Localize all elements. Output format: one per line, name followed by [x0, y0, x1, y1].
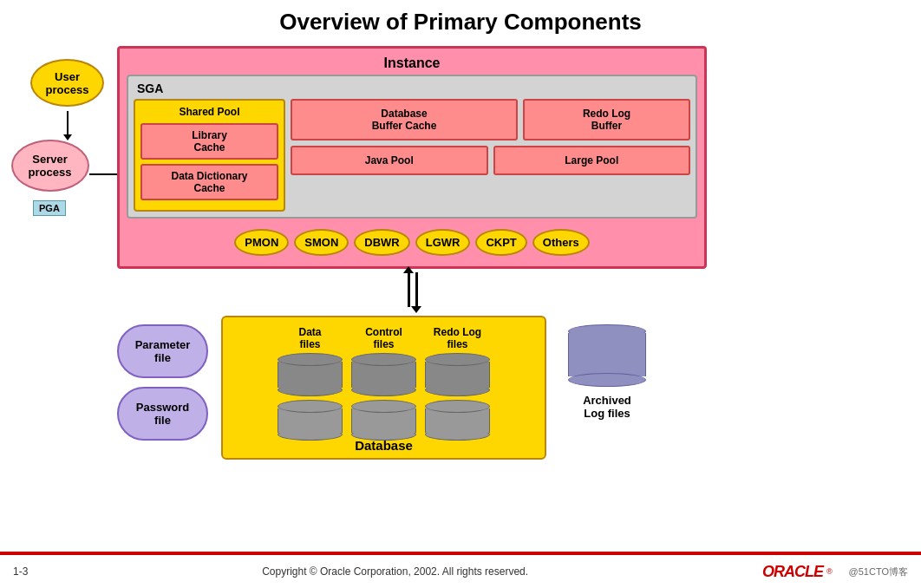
dbwr-oval: DBWR: [354, 229, 409, 256]
user-process-oval: User process: [30, 59, 104, 107]
main-container: Overview of Primary Components User proc…: [0, 0, 921, 588]
smon-oval: SMON: [294, 229, 349, 256]
library-cache-label: Library Cache: [192, 129, 227, 154]
redo-log-buffer-label: Redo Log Buffer: [583, 108, 630, 132]
footer-page: 1-3: [13, 565, 28, 578]
archived-log-label: ArchivedLog files: [583, 394, 631, 420]
bottom-section: Parameterfile Passwordfile Datafiles: [117, 316, 904, 460]
footer-right: ORACLE ® @51CTO博客: [762, 563, 908, 581]
password-file: Passwordfile: [117, 387, 208, 441]
oracle-logo: ORACLE: [762, 563, 823, 581]
ckpt-oval: CKPT: [475, 229, 526, 256]
server-process-label: Server process: [29, 153, 72, 179]
footer-copyright: Copyright © Oracle Corporation, 2002. Al…: [262, 565, 528, 578]
pga-label: PGA: [39, 203, 60, 213]
server-connector-row: Server process: [11, 140, 124, 192]
large-pool-box: Large Pool: [493, 146, 691, 175]
db-buffer-cache-box: Database Buffer Cache: [291, 99, 518, 140]
footer: 1-3 Copyright © Oracle Corporation, 2002…: [0, 552, 921, 588]
data-dictionary-cache-box: Data Dictionary Cache: [140, 164, 278, 200]
left-files: Parameterfile Passwordfile: [117, 324, 208, 441]
control-files-label: Controlfiles: [365, 326, 402, 350]
arrow-user-to-server: [67, 111, 69, 135]
parameter-file: Parameterfile: [117, 324, 208, 378]
page-title: Overview of Primary Components: [17, 9, 904, 36]
arrow-down-db: [415, 272, 418, 307]
data-files-group: Datafiles: [278, 326, 343, 441]
arrow-up: [408, 272, 410, 307]
library-cache-box: Library Cache: [140, 123, 278, 160]
java-pool-label: Java Pool: [365, 154, 414, 167]
shared-pool-box: Shared Pool Library Cache Data Dictionar…: [134, 99, 285, 212]
archived-log-box: ArchivedLog files: [559, 324, 655, 420]
data-files-label: Datafiles: [298, 326, 321, 350]
sga-right-top: Database Buffer Cache Redo Log Buffer: [291, 99, 690, 140]
left-processes: User process Server process PGA: [17, 59, 117, 216]
others-oval: Others: [532, 229, 590, 256]
pga-box: PGA: [33, 200, 66, 216]
diagram-wrapper: User process Server process PGA: [17, 46, 904, 269]
sga-box: SGA Shared Pool Library Cache Data Dicti…: [127, 75, 697, 219]
large-pool-label: Large Pool: [565, 154, 618, 167]
sga-label: SGA: [134, 82, 690, 95]
pmon-oval: PMON: [234, 229, 289, 256]
sga-inner: Shared Pool Library Cache Data Dictionar…: [134, 99, 690, 212]
user-process-label: User process: [46, 70, 89, 96]
sga-right: Database Buffer Cache Redo Log Buffer Ja…: [291, 99, 690, 212]
lgwr-oval: LGWR: [415, 229, 471, 256]
data-dictionary-cache-label: Data Dictionary Cache: [171, 170, 247, 194]
sga-right-bottom: Java Pool Large Pool: [291, 146, 690, 175]
control-files-group: Controlfiles: [351, 326, 416, 441]
redo-log-buffer-box: Redo Log Buffer: [523, 99, 690, 140]
redo-log-files-label: Redo Logfiles: [434, 326, 481, 350]
redo-log-files-group: Redo Logfiles: [425, 326, 490, 441]
db-buffer-cache-label: Database Buffer Cache: [372, 108, 437, 132]
footer-blog: @51CTO博客: [849, 565, 908, 578]
instance-label: Instance: [127, 56, 697, 71]
database-box: Datafiles: [221, 316, 546, 460]
bg-processes: PMON SMON DBWR LGWR CKPT Others: [127, 225, 697, 259]
content-area: Overview of Primary Components User proc…: [0, 0, 921, 552]
bidirectional-arrows: [408, 272, 904, 307]
instance-box: Instance SGA Shared Pool Library Cache: [117, 46, 707, 269]
server-process-oval: Server process: [11, 140, 89, 192]
shared-pool-label: Shared Pool: [140, 106, 278, 118]
db-cylinders: Datafiles: [236, 326, 532, 441]
java-pool-box: Java Pool: [291, 146, 488, 175]
